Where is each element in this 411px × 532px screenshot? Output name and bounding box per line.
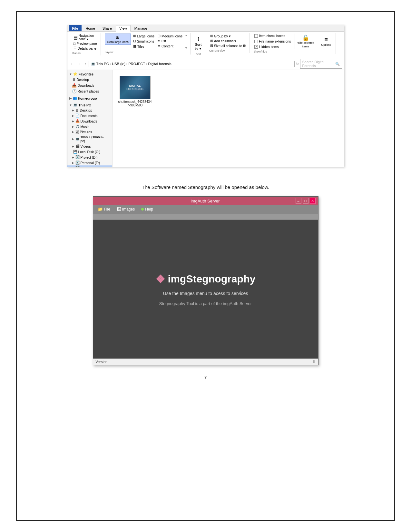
favorites-label: Favorites xyxy=(78,72,93,76)
sort-label[interactable]: Sort xyxy=(195,43,201,46)
layout-scroll-up[interactable]: ▲ xyxy=(185,34,188,37)
file-item-digital-forensics[interactable]: DIGITAL FORENSICS shutterstock_442334347… xyxy=(116,73,154,110)
address-path[interactable]: 💻 This PC › USB (k:) › PROJECT › Digital… xyxy=(89,61,295,67)
up-btn[interactable]: ↑ xyxy=(83,61,87,66)
imgauth-titlebar: imgAuth Server – □ ✕ xyxy=(93,197,318,205)
group-by-icon: ⊞ xyxy=(210,34,213,38)
tiles-btn[interactable]: ▦ Tiles xyxy=(132,44,155,49)
small-icons-btn[interactable]: ⊟ Small icons xyxy=(132,39,155,44)
item-check-label: Item check boxes xyxy=(259,34,285,38)
maximize-btn[interactable]: □ xyxy=(303,198,308,204)
size-columns-btn[interactable]: ⊟ Size all columns to fit xyxy=(209,43,247,48)
sidebar-item-personal[interactable]: ▶ 💽 Personal (F:) xyxy=(67,160,112,165)
page-number: 7 xyxy=(204,375,207,380)
options-label[interactable]: Options xyxy=(321,43,331,46)
large-icons-btn[interactable]: ⊞ Large icons xyxy=(132,34,155,38)
file-name-ext-label: File name extensions xyxy=(259,39,291,43)
imgauth-logo: ❖ imgStegnography xyxy=(155,273,255,286)
tab-manage[interactable]: Manage xyxy=(131,25,151,31)
hidden-items-btn[interactable]: ✓ Hidden items xyxy=(253,44,292,49)
explorer-window: File Home Share View Manage ▤ Navigation… xyxy=(67,25,344,167)
content-btn[interactable]: ≣ Content xyxy=(157,44,183,48)
menu-file[interactable]: 📁 File xyxy=(94,206,113,212)
close-btn[interactable]: ✕ xyxy=(310,198,316,204)
sidebar-item-shahui[interactable]: ▶ 💻 shahui (shahui-pc) xyxy=(67,134,112,143)
small-icons-label: Small icons xyxy=(137,39,154,43)
hide-selected-label[interactable]: Hide selecteditems xyxy=(297,41,315,48)
preview-icon: □ xyxy=(73,42,76,45)
add-columns-label: Add columns ▾ xyxy=(214,39,237,43)
navigation-pane-label: Navigationpane ▾ xyxy=(79,34,94,41)
usb-icon: 💽 xyxy=(75,166,80,167)
shahui-icon: 💻 xyxy=(75,137,80,141)
ribbon-tabs: File Home Share View Manage xyxy=(67,25,344,32)
tiles-label: Tiles xyxy=(137,44,144,48)
sidebar-item-downloads[interactable]: 📥 Downloads xyxy=(67,83,112,88)
file-menu-label: File xyxy=(104,207,110,212)
favorites-star-icon: ⭐ xyxy=(73,72,77,76)
homegroup-header[interactable]: ▶ 👥 Homegroup xyxy=(67,95,112,101)
sort-group: ↕ Sort by ▼ Sort xyxy=(192,33,205,56)
file-name-ext-btn[interactable]: File name extensions xyxy=(253,39,292,44)
panes-group: ▤ Navigationpane ▾ □ Preview pane ☰ Deta… xyxy=(70,33,101,55)
sidebar-item-desktop[interactable]: 🖥 Desktop xyxy=(67,77,112,83)
page-container: File Home Share View Manage ▤ Navigation… xyxy=(16,11,395,521)
file-menu-icon: 📁 xyxy=(98,207,103,212)
sidebar-item-music[interactable]: ▶ 🎵 Music xyxy=(67,124,112,129)
imgauth-statusbar: Version ⠿ xyxy=(93,359,318,365)
group-by-btn[interactable]: ⊞ Group by ▾ xyxy=(209,34,247,38)
tab-home[interactable]: Home xyxy=(82,25,98,31)
search-box[interactable]: Search Digital Forensis 🔍 xyxy=(300,59,342,69)
thispc-header[interactable]: ▼ 💻 This PC xyxy=(67,102,112,108)
pictures-icon: 🖼 xyxy=(75,130,79,134)
sidebar-item-documents[interactable]: ▶ 📄 Documents xyxy=(67,113,112,118)
layout-scroll-down[interactable]: ▼ xyxy=(185,46,188,50)
favorites-header[interactable]: ▼ ⭐ Favorites xyxy=(67,71,112,77)
list-btn[interactable]: ≡ List xyxy=(157,39,183,43)
sidebar-item-usb[interactable]: ▶ 💽 USB (k:) xyxy=(67,165,112,167)
add-columns-btn[interactable]: ⊞ Add columns ▾ xyxy=(209,38,247,43)
address-pc-icon: 💻 xyxy=(91,62,95,66)
menu-help[interactable]: Help xyxy=(138,206,156,212)
group-by-label: Group by ▾ xyxy=(214,34,231,38)
sidebar-item-local-disk[interactable]: 💾 Local Disk (C:) xyxy=(67,149,112,154)
back-btn[interactable]: ← xyxy=(69,61,75,66)
documents-icon: 📄 xyxy=(75,113,80,118)
preview-pane-label: Preview pane xyxy=(76,42,97,45)
medium-icon: ⊞ xyxy=(158,34,161,38)
details-icon: ☰ xyxy=(73,46,77,50)
sidebar-item-project-d[interactable]: ▶ 💽 Project (D:) xyxy=(67,154,112,160)
recent-icon: 🕐 xyxy=(72,89,77,94)
version-label: Version xyxy=(96,360,108,364)
item-check-boxes-btn[interactable]: Item check boxes xyxy=(253,34,292,38)
navigation-pane-btn[interactable]: ▤ Navigationpane ▾ xyxy=(73,34,95,41)
sidebar-item-pc-downloads[interactable]: ▶ 📥 Downloads xyxy=(67,118,112,124)
pc-downloads-label: Downloads xyxy=(81,119,97,123)
imgauth-toolbar xyxy=(93,213,318,220)
tab-view[interactable]: View xyxy=(116,25,131,32)
local-disk-label: Local Disk (C:) xyxy=(78,150,101,154)
sort-by-label[interactable]: by ▼ xyxy=(195,47,202,50)
preview-pane-btn[interactable]: □ Preview pane xyxy=(73,41,98,46)
usb-label: USB (k:) xyxy=(81,166,93,167)
medium-icons-btn[interactable]: ⊞ Medium icons xyxy=(157,34,183,38)
refresh-icon[interactable]: ↻ xyxy=(296,62,299,66)
forward-btn[interactable]: → xyxy=(76,61,82,66)
statusbar-dots: ⠿ xyxy=(313,360,316,364)
thispc-icon: 💻 xyxy=(73,103,77,107)
sidebar-item-recent[interactable]: 🕐 Recent places xyxy=(67,88,112,94)
small-icon: ⊟ xyxy=(133,39,136,43)
minimize-btn[interactable]: – xyxy=(296,198,301,204)
menu-images[interactable]: 🖼 Images xyxy=(113,206,138,212)
extra-large-icons-btn[interactable]: ⊞ Extra large icons xyxy=(105,34,131,45)
downloads-icon: 📥 xyxy=(72,83,77,88)
sidebar-item-pictures[interactable]: ▶ 🖼 Pictures xyxy=(67,129,112,134)
layout-group: ⊞ Extra large icons ⊞ Large icons ⊟ Smal… xyxy=(102,33,191,54)
pane-icon: ▤ xyxy=(73,35,78,40)
tab-share[interactable]: Share xyxy=(99,25,115,31)
tab-file[interactable]: File xyxy=(69,25,82,31)
details-pane-btn[interactable]: ☰ Details pane xyxy=(73,46,97,51)
sidebar-item-videos[interactable]: ▶ 🎬 Videos xyxy=(67,143,112,149)
homegroup-label: Homegroup xyxy=(78,96,97,100)
sidebar-item-pc-desktop[interactable]: ▶ 🖥 Desktop xyxy=(67,108,112,113)
